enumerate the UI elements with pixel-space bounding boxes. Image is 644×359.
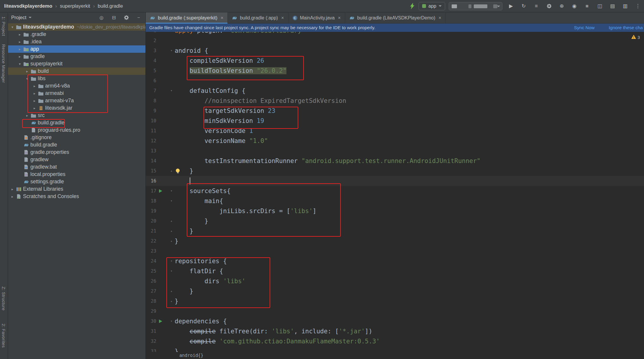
breadcrumb-item-superplayerkit[interactable]: superplayerkit (60, 3, 90, 9)
tree-item-app[interactable]: ▸app (8, 45, 145, 53)
layout-inspector-icon[interactable]: ▤ (609, 3, 616, 9)
settings-gear-icon[interactable] (546, 4, 552, 9)
code-line-11[interactable]: 11 versionCode 1 (146, 126, 644, 136)
code-line-31[interactable]: 31 compile fileTree(dir: 'libs', include… (146, 326, 644, 336)
code-line-20[interactable]: 20▴ } (146, 216, 644, 226)
tree-item-liteavsdkplayerdemo[interactable]: ▾liteavsdkplayerdemo~/dokie_dev_project/… (8, 23, 145, 31)
tree-item-build[interactable]: ▸build (8, 67, 145, 75)
tab-build-gradle-superplayerkit[interactable]: build.gradle (:superplayerkit)× (146, 12, 228, 23)
chevron-right-icon[interactable]: ▸ (17, 55, 23, 59)
code-line-2[interactable]: 2 (146, 36, 644, 46)
code-line-7[interactable]: 7▾ defaultConfig { (146, 86, 644, 96)
tree-item-superplayerkit[interactable]: ▾superplayerkit (8, 60, 145, 67)
fold-open-icon[interactable]: ▾ (169, 256, 174, 266)
fold-close-icon[interactable]: ▴ (169, 236, 174, 246)
attach-debugger-icon[interactable]: ⊕ (558, 3, 565, 9)
code-line-8[interactable]: 8 //noinspection ExpiredTargetSdkVersion (146, 96, 644, 106)
inspections-widget[interactable]: 3 (631, 35, 640, 40)
code-line-12[interactable]: 12 versionName "1.0" (146, 136, 644, 146)
close-tab-icon[interactable]: × (221, 15, 223, 21)
breadcrumb-item-build-gradle[interactable]: build.gradle (98, 3, 123, 9)
code-line-4[interactable]: 4 compileSdkVersion 26 (146, 56, 644, 66)
chevron-right-icon[interactable]: ▸ (9, 187, 15, 191)
code-line-18[interactable]: 18▾ main{ (146, 196, 644, 206)
code-line-29[interactable]: 29 (146, 306, 644, 316)
chevron-right-icon[interactable]: ▸ (17, 40, 23, 44)
fold-close-icon[interactable]: ▴ (169, 216, 174, 226)
build-lightning-icon[interactable] (409, 3, 415, 9)
hide-panel-icon[interactable]: − (136, 15, 141, 20)
code-line-30[interactable]: 30▾dependencies { (146, 316, 644, 326)
fold-close-icon[interactable]: ▴ (169, 166, 174, 176)
tree-item-arm64-v8a[interactable]: ▸arm64-v8a (8, 82, 145, 90)
locate-file-icon[interactable]: ◎ (99, 15, 104, 20)
tab-mainactivity-java[interactable]: CMainActivity.java× (289, 12, 345, 23)
profiler-icon[interactable]: ◉ (571, 3, 578, 9)
code-line-21[interactable]: 21▴ } (146, 226, 644, 236)
tree-item-build-gradle[interactable]: build.gradle (8, 141, 145, 149)
device-selector[interactable] (449, 2, 502, 10)
code-editor[interactable]: 1apply plugin: 'com.android.library'23▾a… (146, 24, 644, 359)
tree-item-local-properties[interactable]: local.properties (8, 171, 145, 178)
tool-stripe-2-favorites[interactable]: 2: Favorites (1, 324, 6, 348)
code-line-25[interactable]: 25▾ flatDir { (146, 266, 644, 276)
sync-icon[interactable]: ↻ (520, 3, 527, 9)
fold-close-icon[interactable]: ▴ (169, 286, 174, 296)
code-line-9[interactable]: 9 targetSdkVersion 23 (146, 106, 644, 116)
close-tab-icon[interactable]: × (338, 15, 341, 21)
device-manager-icon[interactable]: ◫ (597, 3, 603, 9)
fold-close-icon[interactable]: ▴ (169, 296, 174, 306)
panel-title[interactable]: Project (11, 15, 26, 20)
code-line-22[interactable]: 22▴} (146, 236, 644, 246)
tree-item-gradle-properties[interactable]: gradle.properties (8, 149, 145, 156)
tree-item-src[interactable]: ▸src (8, 112, 145, 119)
run-configurations-icon[interactable]: ≡ (533, 3, 540, 9)
code-line-14[interactable]: 14 testInstrumentationRunner "android.su… (146, 156, 644, 166)
tool-stripe-resource-manager[interactable]: Resource Manager (1, 44, 6, 83)
code-line-24[interactable]: 24▾repositories { (146, 256, 644, 266)
code-line-10[interactable]: 10 minSdkVersion 19 (146, 116, 644, 126)
tree-item-build-gradle[interactable]: build.gradle (8, 119, 145, 126)
code-line-3[interactable]: 3▾android { (146, 46, 644, 56)
tree-item-settings-gradle[interactable]: settings.gradle (8, 178, 145, 185)
more-actions-icon[interactable]: ⋮ (635, 3, 641, 9)
breadcrumb-item-liteavsdkplayerdemo[interactable]: liteavsdkplayerdemo (4, 3, 52, 9)
tree-item-liteavsdk-jar[interactable]: ▸liteavsdk.jar (8, 104, 145, 112)
chevron-right-icon[interactable]: ▸ (32, 99, 37, 103)
tree-item-gradle[interactable]: ▸gradle (8, 53, 145, 60)
chevron-right-icon[interactable]: ▸ (17, 47, 23, 51)
tree-item-external-libraries[interactable]: ▸External Libraries (8, 185, 145, 193)
chevron-right-icon[interactable]: ▸ (24, 113, 30, 118)
chevron-right-icon[interactable]: ▸ (17, 32, 23, 37)
run-gutter-icon[interactable] (159, 189, 162, 193)
close-tab-icon[interactable]: × (281, 15, 284, 21)
editor-breadcrumb[interactable]: android{} (179, 353, 203, 358)
tree-item-scratches-and-consoles[interactable]: ▸Scratches and Consoles (8, 193, 145, 200)
tree-item-armeabi[interactable]: ▸armeabi (8, 90, 145, 97)
chevron-down-icon[interactable]: ▾ (17, 62, 23, 66)
chevron-down-icon[interactable]: ▾ (9, 25, 15, 29)
fold-close-icon[interactable]: ▴ (169, 226, 174, 236)
chevron-right-icon[interactable]: ▸ (24, 69, 30, 73)
tree-item-gitignore[interactable]: .gitignore (8, 134, 145, 141)
chevron-right-icon[interactable]: ▸ (32, 91, 37, 95)
code-line-17[interactable]: 17▾ sourceSets{ (146, 186, 644, 196)
collapse-all-icon[interactable]: ⊟ (111, 15, 117, 20)
fold-open-icon[interactable]: ▾ (169, 86, 174, 96)
logcat-icon[interactable]: ▥ (622, 3, 628, 9)
chevron-right-icon[interactable]: ▸ (9, 195, 15, 199)
chevron-right-icon[interactable]: ▸ (32, 84, 37, 88)
fold-open-icon[interactable]: ▾ (169, 266, 174, 276)
code-line-19[interactable]: 19 jniLibs.srcDirs = ['libs'] (146, 206, 644, 216)
settings-gear-icon[interactable] (124, 15, 129, 20)
run-gutter-icon[interactable] (159, 320, 162, 323)
chevron-down-icon[interactable]: ▾ (24, 77, 30, 81)
tool-stripe-z-structure[interactable]: Z: Structure (1, 286, 6, 311)
tree-item-libs[interactable]: ▾libs (8, 75, 145, 82)
fold-open-icon[interactable]: ▾ (169, 196, 174, 206)
close-tab-icon[interactable]: × (439, 15, 441, 21)
run-configuration-select[interactable]: app (419, 2, 445, 10)
code-line-15[interactable]: 15▴ } (146, 166, 644, 176)
tree-item-idea[interactable]: ▸.idea (8, 38, 145, 45)
tab-build-gradle-liteavsdkplayerdemo[interactable]: build.gradle (LiteAVSDKPlayerDemo)× (345, 12, 446, 23)
